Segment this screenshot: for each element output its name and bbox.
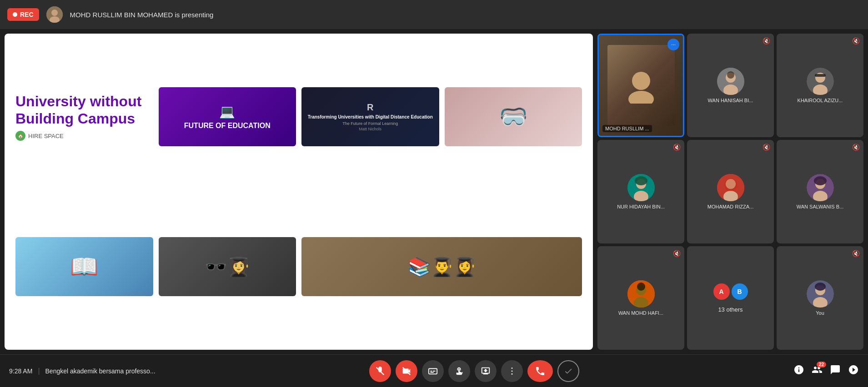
hire-text: HIRE SPACE: [28, 133, 64, 139]
top-bar: REC MOHD RUSLLIM BIN MOHAMED is presenti…: [0, 0, 868, 29]
svg-point-24: [814, 176, 827, 185]
hire-space-badge: 🏠 HIRE SPACE: [15, 131, 153, 141]
slide-title-cell: University without Building Campus 🏠 HIR…: [15, 93, 153, 141]
others-avatar-2: B: [732, 283, 748, 300]
mute-icon-3: 🔇: [673, 144, 681, 151]
svg-point-4: [628, 91, 654, 104]
present-button[interactable]: [475, 360, 497, 382]
vr-class-card: 🕶️👩‍🎓: [159, 237, 296, 296]
time-display: 9:28 AM: [9, 367, 32, 375]
mute-button[interactable]: [369, 360, 391, 382]
transforming-card: R Transforming Universities with Digital…: [301, 87, 439, 146]
participant-name-1: WAN HANISAH BI...: [706, 98, 755, 103]
checkmark-button[interactable]: [557, 360, 579, 382]
mute-icon-2: 🔇: [852, 37, 860, 45]
transforming-title: Transforming Universities with Digital D…: [308, 114, 433, 119]
participant-tile-you[interactable]: 🔇 You: [777, 246, 863, 350]
transforming-img: R Transforming Universities with Digital…: [301, 87, 439, 146]
mute-icon-8: 🔇: [852, 250, 860, 257]
svg-rect-12: [815, 74, 826, 77]
svg-point-28: [637, 283, 645, 291]
presentation-area: University without Building Campus 🏠 HIR…: [5, 34, 593, 350]
participant-name-6: WAN MOHD HAFI...: [617, 310, 665, 316]
presenter-name: MOHD RUSLLIM BIN MOHAMED is presenting: [70, 11, 214, 19]
avatar-mohamad: [717, 174, 744, 201]
participant-name-3: NUR HIDAYAH BIN...: [615, 204, 667, 209]
participant-name-0: MOHD RUSLLIM ...: [602, 125, 652, 132]
svg-point-40: [512, 370, 513, 372]
hire-icon: 🏠: [15, 131, 25, 141]
raise-hand-button[interactable]: [448, 360, 470, 382]
r-badge: R: [367, 102, 373, 113]
participant-tile-nur-hidayah[interactable]: 🔇 NUR HIDAYAH BIN...: [597, 140, 684, 243]
divider: |: [38, 367, 40, 375]
vr-face-img: 🥽: [445, 87, 582, 146]
others-avatars: A B: [713, 283, 748, 300]
participant-tile-presenter[interactable]: ··· MOHD RUSLLIM ...: [597, 34, 684, 137]
participant-tile-wan-salwanis[interactable]: 🔇 WAN SALWANIS B...: [777, 140, 863, 243]
presenter-avatar: [46, 6, 63, 23]
main-content: University without Building Campus 🏠 HIR…: [0, 29, 868, 354]
video-button[interactable]: [396, 360, 417, 382]
participant-name-4: MOHAMAD RIZZA...: [706, 204, 755, 209]
avatar-khairool: [807, 68, 834, 95]
students-card: 📚👨‍🎓👩‍🎓: [301, 237, 582, 296]
book-img: 📖: [15, 237, 153, 296]
bottom-left: 9:28 AM | Bengkel akademik bersama profe…: [9, 367, 156, 375]
svg-point-8: [727, 71, 734, 79]
svg-point-39: [512, 367, 513, 369]
future-label: FUTURE OF EDUCATION: [184, 122, 271, 130]
rec-dot: [13, 12, 17, 17]
avatar-nur-hidayah: [627, 174, 655, 201]
avatar-you: [807, 280, 834, 308]
mute-icon-6: 🔇: [673, 250, 681, 257]
vr-class-img: 🕶️👩‍🎓: [159, 237, 296, 296]
meeting-name: Bengkel akademik bersama professo...: [45, 367, 156, 375]
svg-point-1: [51, 10, 58, 16]
svg-point-41: [512, 373, 513, 375]
svg-rect-20: [724, 179, 737, 191]
participant-name-5: WAN SALWANIS B...: [795, 204, 846, 209]
transforming-author: Matt Nichols: [359, 127, 381, 131]
participant-name-8: You: [814, 310, 826, 316]
end-call-button[interactable]: [527, 360, 553, 382]
mute-icon-4: 🔇: [763, 144, 770, 151]
students-img: 📚👨‍🎓👩‍🎓: [301, 237, 582, 296]
bottom-bar: 9:28 AM | Bengkel akademik bersama profe…: [0, 354, 868, 387]
captions-button[interactable]: [422, 360, 444, 382]
more-options-icon[interactable]: ···: [667, 39, 679, 50]
mute-icon-5: 🔇: [852, 144, 860, 151]
presenter-video: [599, 35, 683, 136]
slide-content: University without Building Campus 🏠 HIR…: [5, 34, 593, 350]
people-button[interactable]: 22: [812, 364, 823, 377]
participant-tile-mohamad[interactable]: 🔇 MOHAMAD RIZZA...: [687, 140, 774, 243]
presenter-video-placeholder: [607, 45, 675, 126]
future-education-img: 💻 FUTURE OF EDUCATION: [159, 87, 296, 146]
transforming-sub: The Future of Formal Learning: [342, 121, 398, 126]
bottom-right: 22: [793, 364, 859, 377]
svg-point-3: [632, 72, 650, 90]
svg-point-16: [635, 176, 647, 185]
svg-point-32: [815, 283, 826, 291]
book-card: 📖: [15, 237, 153, 296]
rec-label: REC: [20, 11, 34, 18]
activities-button[interactable]: [848, 364, 859, 377]
slide-title: University without Building Campus: [15, 93, 153, 128]
avatar-wan-mohd: [627, 280, 655, 308]
participant-name-7: 13 others: [716, 306, 744, 313]
participant-tile-khairool[interactable]: 🔇 KHAIROOL AZIZU...: [777, 34, 863, 137]
participant-tile-wan-hanisah[interactable]: 🔇 WAN HANISAH BI...: [687, 34, 774, 137]
participant-tile-others[interactable]: A B 13 others: [687, 246, 774, 350]
bottom-center: [369, 360, 579, 382]
future-education-card: 💻 FUTURE OF EDUCATION: [159, 87, 296, 146]
avatar-wan-salwanis: [807, 174, 834, 201]
chat-button[interactable]: [830, 364, 841, 377]
rec-badge: REC: [7, 8, 39, 21]
people-count-badge: 22: [817, 362, 826, 367]
participant-tile-wan-mohd[interactable]: 🔇 WAN MOHD HAFI...: [597, 246, 684, 350]
info-button[interactable]: [793, 364, 804, 377]
others-avatar-1: A: [713, 283, 730, 300]
participants-sidebar: ··· MOHD RUSLLIM ... 🔇 WAN HANISAH BI...…: [597, 34, 863, 350]
vr-face-card: 🥽: [445, 87, 582, 146]
more-options-button[interactable]: [501, 360, 523, 382]
